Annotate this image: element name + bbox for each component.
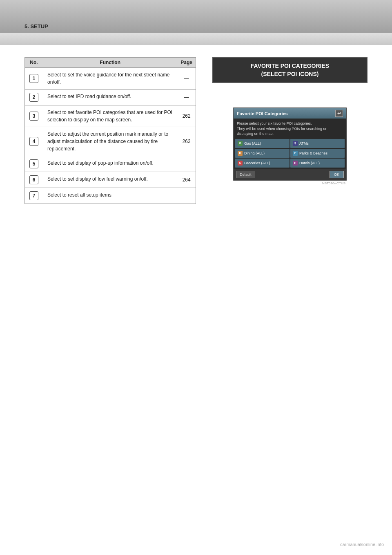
header-bar: 5. SETUP: [0, 0, 392, 33]
row-page-cell: 263: [177, 127, 196, 156]
row-number-box: 7: [29, 191, 38, 200]
row-number-cell: 5: [25, 156, 43, 172]
row-number-cell: 2: [25, 90, 43, 105]
poi-header-box: FAVORITE POI CATEGORIES (SELECT POI ICON…: [212, 57, 368, 83]
row-number-cell: 4: [25, 127, 43, 156]
poi-screen-header: Favorite POI Categories ↩: [234, 108, 346, 119]
poi-ok-button[interactable]: OK: [330, 171, 344, 178]
row-page-cell: —: [177, 156, 196, 172]
row-page-cell: 264: [177, 172, 196, 188]
col-header-function: Function: [43, 58, 177, 68]
poi-category-icon: G: [238, 141, 243, 146]
table-row: 3Select to set favorite POI categories t…: [25, 105, 196, 127]
row-function-cell: Select to set IPD road guidance on/off.: [43, 90, 177, 105]
row-number-box: 4: [29, 137, 38, 146]
poi-category-label: Dining (ALL): [244, 151, 265, 155]
row-function-cell: Select to adjust the current position ma…: [43, 127, 177, 156]
screen-container: Favorite POI Categories ↩ Please select …: [212, 107, 368, 185]
poi-category-cell[interactable]: GGas (ALL): [235, 139, 290, 148]
poi-default-button[interactable]: Default: [236, 171, 255, 178]
poi-category-label: Parks & Beaches: [299, 151, 327, 155]
poi-category-cell[interactable]: HHotels (ALL): [290, 159, 345, 168]
poi-category-label: Gas (ALL): [244, 141, 261, 145]
sub-header-bar: [0, 33, 392, 45]
row-number-cell: 6: [25, 172, 43, 188]
subtitle-line2: They will be used when choosing POIs for…: [237, 126, 343, 137]
watermark: carmanualsonline.info: [340, 542, 384, 547]
poi-footer: Default OK: [234, 169, 346, 180]
row-number-cell: 7: [25, 188, 43, 204]
row-number-cell: 1: [25, 68, 43, 90]
table-row: 1Select to set the voice guidance for th…: [25, 68, 196, 90]
row-number-box: 6: [29, 175, 38, 184]
row-page-cell: 262: [177, 105, 196, 127]
row-page-cell: —: [177, 68, 196, 90]
poi-screen-title: Favorite POI Categories: [237, 111, 288, 116]
poi-category-label: Hotels (ALL): [299, 161, 320, 165]
poi-category-cell[interactable]: PParks & Beaches: [290, 149, 345, 158]
poi-category-cell[interactable]: GGroceries (ALL): [235, 159, 290, 168]
row-page-cell: —: [177, 90, 196, 105]
col-header-page: Page: [177, 58, 196, 68]
row-number-box: 3: [29, 112, 38, 121]
row-function-cell: Select to set display of pop-up informat…: [43, 156, 177, 172]
table-row: 6Select to set display of low fuel warni…: [25, 172, 196, 188]
row-function-cell: Select to reset all setup items.: [43, 188, 177, 204]
poi-category-icon: H: [293, 161, 298, 166]
poi-category-icon: P: [293, 151, 298, 156]
table-row: 5Select to set display of pop-up informa…: [25, 156, 196, 172]
poi-header-line2: (SELECT POI ICONS): [219, 70, 361, 78]
poi-header-line1: FAVORITE POI CATEGORIES: [219, 62, 361, 70]
section-label: 5. SETUP: [24, 23, 48, 29]
right-section: FAVORITE POI CATEGORIES (SELECT POI ICON…: [212, 57, 368, 204]
table-row: 7Select to reset all setup items.—: [25, 188, 196, 204]
poi-category-icon: D: [238, 151, 243, 156]
poi-category-icon: G: [238, 161, 243, 166]
poi-category-icon: $: [293, 141, 298, 146]
row-number-box: 5: [29, 159, 38, 168]
main-content: No. Function Page 1Select to set the voi…: [0, 45, 392, 216]
poi-grid: GGas (ALL)$ATMsDDining (ALL)PParks & Bea…: [234, 137, 346, 169]
poi-category-label: Groceries (ALL): [244, 161, 270, 165]
row-function-cell: Select to set favorite POI categories th…: [43, 105, 177, 127]
row-function-cell: Select to set display of low fuel warnin…: [43, 172, 177, 188]
row-function-cell: Select to set the voice guidance for the…: [43, 68, 177, 90]
subtitle-line1: Please select your six favorite POI cate…: [237, 121, 343, 126]
left-section: No. Function Page 1Select to set the voi…: [24, 57, 196, 204]
table-row: 2Select to set IPD road guidance on/off.…: [25, 90, 196, 105]
row-page-cell: —: [177, 188, 196, 204]
screen-code: NST010wCTUS: [233, 181, 347, 185]
poi-category-label: ATMs: [299, 141, 309, 145]
poi-screen-back-btn[interactable]: ↩: [335, 110, 343, 117]
poi-category-cell[interactable]: DDining (ALL): [235, 149, 290, 158]
row-number-box: 2: [29, 93, 38, 102]
function-table: No. Function Page 1Select to set the voi…: [24, 57, 196, 204]
poi-screen: Favorite POI Categories ↩ Please select …: [233, 107, 347, 181]
row-number-box: 1: [29, 74, 38, 83]
poi-screen-subtitle: Please select your six favorite POI cate…: [234, 119, 346, 137]
row-number-cell: 3: [25, 105, 43, 127]
col-header-no: No.: [25, 58, 43, 68]
poi-category-cell[interactable]: $ATMs: [290, 139, 345, 148]
table-row: 4Select to adjust the current position m…: [25, 127, 196, 156]
